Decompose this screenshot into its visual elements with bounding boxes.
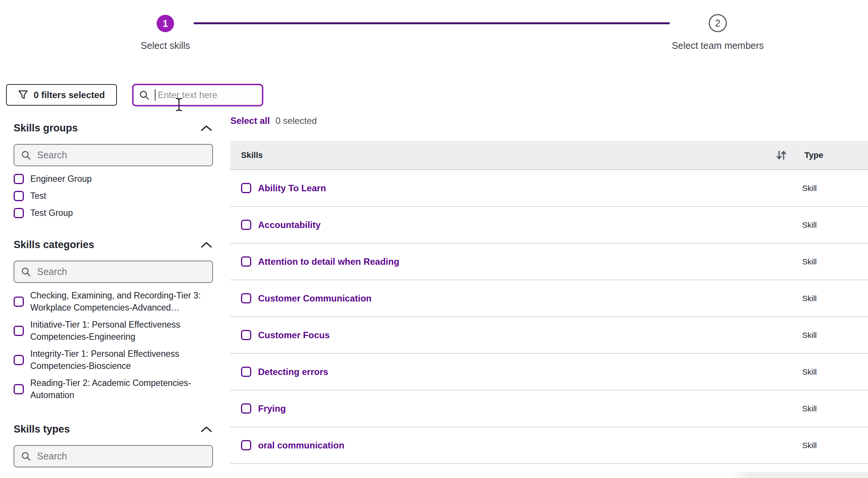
collapse-section-button[interactable] [200, 425, 213, 433]
checkbox[interactable] [14, 208, 24, 218]
skills-table: Skills Type Ability To Learn [230, 141, 868, 464]
row-checkbox[interactable] [241, 256, 251, 267]
filter-options-list: Checking, Examining, and Recording-Tier … [14, 289, 213, 401]
table-row: Customer Communication Skill [230, 280, 868, 317]
section-search-input[interactable] [37, 451, 206, 462]
table-row: Frying Skill [230, 391, 868, 427]
skills-column-header: Skills [241, 150, 263, 160]
table-row: Ability To Learn Skill [230, 170, 868, 207]
filter-option-label: Checking, Examining, and Recording-Tier … [30, 289, 213, 314]
row-checkbox[interactable] [241, 367, 251, 377]
filter-section: Skills groups [14, 122, 213, 219]
filter-option-label: Initiative-Tier 1: Personal Effectivenes… [30, 319, 213, 343]
selection-toolbar: Select all 0 selected [230, 116, 317, 126]
table-row: Attention to detail when Reading Skill [230, 244, 868, 280]
filter-option[interactable]: Initiative-Tier 1: Personal Effectivenes… [14, 319, 213, 343]
filter-option[interactable]: Test Group [14, 207, 213, 219]
filter-section-title: Skills types [14, 423, 70, 435]
sort-button[interactable] [776, 150, 786, 161]
selected-count: 0 selected [275, 116, 317, 126]
filter-section-header: Skills types [14, 423, 213, 435]
filter-option-label: Test [30, 190, 46, 202]
skill-name-link[interactable]: Frying [258, 403, 286, 414]
filter-section-title: Skills categories [14, 239, 94, 251]
skill-name-link[interactable]: oral communication [258, 440, 344, 451]
skill-name-link[interactable]: Customer Focus [258, 330, 330, 341]
filter-section-header: Skills categories [14, 239, 213, 251]
chevron-up-icon [201, 426, 212, 433]
collapse-section-button[interactable] [200, 124, 213, 132]
row-checkbox[interactable] [241, 403, 251, 414]
table-header-row: Skills Type [230, 141, 868, 170]
skill-type-value: Skill [776, 257, 817, 266]
table-body: Ability To Learn Skill Accountability Sk… [230, 170, 868, 464]
collapse-section-button[interactable] [200, 241, 213, 249]
filter-option-label: Engineer Group [30, 173, 92, 185]
step-1-number: 1 [163, 18, 168, 29]
row-checkbox[interactable] [241, 330, 251, 340]
skill-name-link[interactable]: Accountability [258, 220, 320, 230]
search-icon [21, 451, 31, 461]
stepper-connector-line [194, 22, 670, 24]
skill-type-value: Skill [776, 294, 817, 303]
filter-section-title: Skills groups [14, 122, 78, 134]
funnel-icon [18, 90, 28, 100]
step-2-number: 2 [715, 18, 720, 29]
bottom-scroll-strip [731, 472, 868, 478]
row-checkbox[interactable] [241, 440, 251, 450]
filters-sidebar: Skills groups [14, 122, 213, 474]
search-icon [21, 150, 31, 160]
skill-name-link[interactable]: Detecting errors [258, 367, 328, 377]
skill-name-link[interactable]: Customer Communication [258, 293, 372, 304]
filter-option-label: Integrity-Tier 1: Personal Effectiveness… [30, 348, 213, 372]
select-all-link[interactable]: Select all [230, 116, 270, 126]
checkbox[interactable] [14, 326, 24, 336]
filter-section: Skills types [14, 423, 213, 467]
filter-option[interactable]: Engineer Group [14, 173, 213, 185]
filter-options-list: Engineer Group Test Test Group [14, 173, 213, 219]
checkbox[interactable] [14, 297, 24, 307]
filter-section-header: Skills groups [14, 122, 213, 134]
filter-option[interactable]: Reading-Tier 2: Academic Competencies-Au… [14, 377, 213, 401]
step-1-indicator[interactable]: 1 [157, 15, 174, 32]
chevron-up-icon [201, 125, 212, 131]
main-search-box [132, 84, 263, 106]
checkbox[interactable] [14, 174, 24, 184]
skill-name-link[interactable]: Attention to detail when Reading [258, 256, 399, 267]
text-ibeam-cursor [174, 97, 184, 112]
checkbox[interactable] [14, 384, 24, 394]
filters-button[interactable]: 0 filters selected [6, 84, 117, 106]
table-row: Accountability Skill [230, 207, 868, 244]
table-row: Customer Focus Skill [230, 317, 868, 354]
search-icon [139, 90, 149, 100]
filter-option[interactable]: Checking, Examining, and Recording-Tier … [14, 289, 213, 314]
filter-section: Skills categories [14, 239, 213, 401]
section-search-input[interactable] [37, 266, 206, 277]
row-checkbox[interactable] [241, 293, 251, 303]
filters-button-label: 0 filters selected [34, 90, 105, 100]
step-1-label: Select skills [141, 40, 190, 51]
checkbox[interactable] [14, 191, 24, 201]
skill-name-link[interactable]: Ability To Learn [258, 183, 326, 194]
section-search-box [14, 144, 213, 166]
skill-type-value: Skill [776, 404, 817, 413]
main-search-input[interactable] [158, 90, 257, 100]
skill-type-value: Skill [776, 220, 817, 230]
filter-option-label: Test Group [30, 207, 73, 219]
skill-type-value: Skill [776, 184, 817, 193]
section-search-box [14, 261, 213, 283]
filter-option[interactable]: Integrity-Tier 1: Personal Effectiveness… [14, 348, 213, 372]
chevron-up-icon [201, 242, 212, 248]
skill-type-value: Skill [776, 441, 817, 450]
checkbox[interactable] [14, 355, 24, 365]
section-search-input[interactable] [37, 150, 206, 161]
filter-option[interactable]: Test [14, 190, 213, 202]
row-checkbox[interactable] [241, 220, 251, 230]
row-checkbox[interactable] [241, 183, 251, 193]
section-search-box [14, 445, 213, 467]
table-row: oral communication Skill [230, 427, 868, 464]
step-2-label: Select team members [672, 40, 764, 51]
step-2-indicator[interactable]: 2 [709, 14, 727, 32]
type-column-header: Type [804, 150, 823, 160]
skill-type-value: Skill [776, 331, 817, 340]
